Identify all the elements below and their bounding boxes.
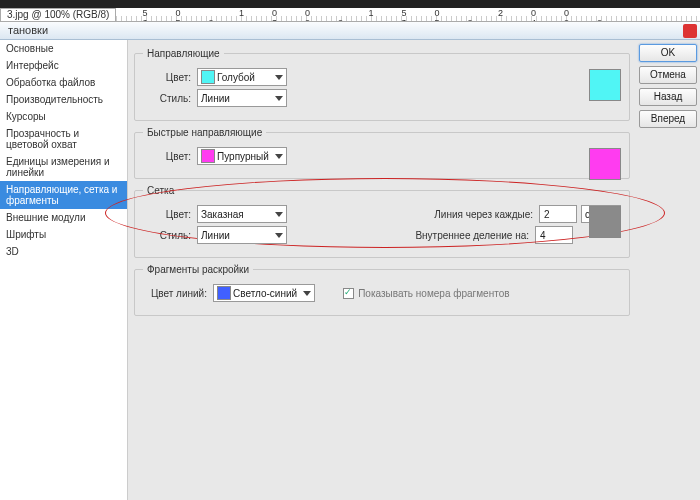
slices-shownumbers-checkbox[interactable] bbox=[343, 288, 354, 299]
sidebar-item-0[interactable]: Основные bbox=[0, 40, 127, 57]
grid-lineevery-input[interactable] bbox=[539, 205, 577, 223]
grid-group: Сетка Цвет: Заказная Линия через каждые:… bbox=[134, 185, 630, 258]
guides-group: Направляющие Цвет: Голубой Стиль: Линии bbox=[134, 48, 630, 121]
guides-color-swatch-icon bbox=[201, 70, 215, 84]
sidebar-item-10[interactable]: 3D bbox=[0, 243, 127, 260]
sidebar-item-8[interactable]: Внешние модули bbox=[0, 209, 127, 226]
smartguides-color-swatch-icon bbox=[201, 149, 215, 163]
grid-color-dropdown[interactable]: Заказная bbox=[197, 205, 287, 223]
grid-style-label: Стиль: bbox=[143, 230, 191, 241]
ruler-numbers: 50 100 150 200 250 300 350 400 450 500 5… bbox=[116, 8, 700, 22]
slices-shownumbers-label: Показывать номера фрагментов bbox=[358, 288, 509, 299]
smartguides-color-label: Цвет: bbox=[143, 151, 191, 162]
dialog-buttons: OK Отмена Назад Вперед bbox=[636, 40, 700, 500]
guides-style-dropdown[interactable]: Линии bbox=[197, 89, 287, 107]
document-tab[interactable]: 3.jpg @ 100% (RGB/8) bbox=[0, 8, 116, 22]
grid-preview-swatch[interactable] bbox=[589, 206, 621, 238]
slices-color-swatch-icon bbox=[217, 286, 231, 300]
slices-group: Фрагменты раскройки Цвет линий: Светло-с… bbox=[134, 264, 630, 316]
grid-color-label: Цвет: bbox=[143, 209, 191, 220]
sidebar-item-1[interactable]: Интерфейс bbox=[0, 57, 127, 74]
chevron-down-icon bbox=[275, 233, 283, 238]
guides-color-dropdown[interactable]: Голубой bbox=[197, 68, 287, 86]
sidebar-item-4[interactable]: Курсоры bbox=[0, 108, 127, 125]
guides-style-label: Стиль: bbox=[143, 93, 191, 104]
ok-button[interactable]: OK bbox=[639, 44, 697, 62]
guides-preview-swatch[interactable] bbox=[589, 69, 621, 101]
slices-linecolor-dropdown[interactable]: Светло-синий bbox=[213, 284, 315, 302]
sidebar: ОсновныеИнтерфейсОбработка файловПроизво… bbox=[0, 40, 128, 500]
chevron-down-icon bbox=[275, 212, 283, 217]
slices-linecolor-label: Цвет линий: bbox=[143, 288, 207, 299]
smartguides-preview-swatch[interactable] bbox=[589, 148, 621, 180]
settings-panel: Направляющие Цвет: Голубой Стиль: Линии bbox=[128, 40, 636, 500]
back-button[interactable]: Назад bbox=[639, 88, 697, 106]
guides-color-label: Цвет: bbox=[143, 72, 191, 83]
slices-legend: Фрагменты раскройки bbox=[143, 264, 253, 275]
grid-lineevery-label: Линия через каждые: bbox=[393, 209, 533, 220]
smartguides-color-dropdown[interactable]: Пурпурный bbox=[197, 147, 287, 165]
smartguides-group: Быстрые направляющие Цвет: Пурпурный bbox=[134, 127, 630, 179]
chevron-down-icon bbox=[303, 291, 311, 296]
dialog-title: тановки bbox=[0, 22, 700, 40]
grid-subdiv-label: Внутреннее деление на: bbox=[389, 230, 529, 241]
sidebar-item-7[interactable]: Направляющие, сетка и фрагменты bbox=[0, 181, 127, 209]
sidebar-item-3[interactable]: Производительность bbox=[0, 91, 127, 108]
sidebar-item-2[interactable]: Обработка файлов bbox=[0, 74, 127, 91]
forward-button[interactable]: Вперед bbox=[639, 110, 697, 128]
grid-subdiv-input[interactable] bbox=[535, 226, 573, 244]
grid-style-dropdown[interactable]: Линии bbox=[197, 226, 287, 244]
chevron-down-icon bbox=[275, 96, 283, 101]
app-titlebar bbox=[0, 0, 700, 8]
chevron-down-icon bbox=[275, 154, 283, 159]
sidebar-item-9[interactable]: Шрифты bbox=[0, 226, 127, 243]
sidebar-item-5[interactable]: Прозрачность и цветовой охват bbox=[0, 125, 127, 153]
cancel-button[interactable]: Отмена bbox=[639, 66, 697, 84]
chevron-down-icon bbox=[275, 75, 283, 80]
guides-legend: Направляющие bbox=[143, 48, 224, 59]
smartguides-legend: Быстрые направляющие bbox=[143, 127, 266, 138]
sidebar-item-6[interactable]: Единицы измерения и линейки bbox=[0, 153, 127, 181]
ruler: 3.jpg @ 100% (RGB/8) 50 100 150 200 250 … bbox=[0, 8, 700, 22]
close-icon[interactable] bbox=[683, 24, 697, 38]
grid-legend: Сетка bbox=[143, 185, 178, 196]
